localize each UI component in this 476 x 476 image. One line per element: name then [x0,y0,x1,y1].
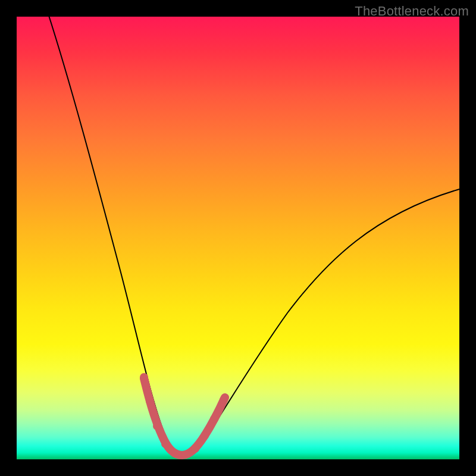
bottleneck-curve [48,12,459,455]
highlight-point [220,396,228,404]
highlight-point [191,444,199,453]
highlight-point [210,415,218,423]
highlight-point [201,431,209,440]
highlight-point [171,449,179,458]
plot-area [17,17,459,459]
highlight-point [181,450,190,459]
highlight-point [153,422,161,430]
highlight-point [140,373,148,381]
curve-layer [17,17,459,459]
highlight-point [161,440,170,448]
highlight-point [146,397,154,405]
chart-stage: TheBottleneck.com [0,0,476,476]
